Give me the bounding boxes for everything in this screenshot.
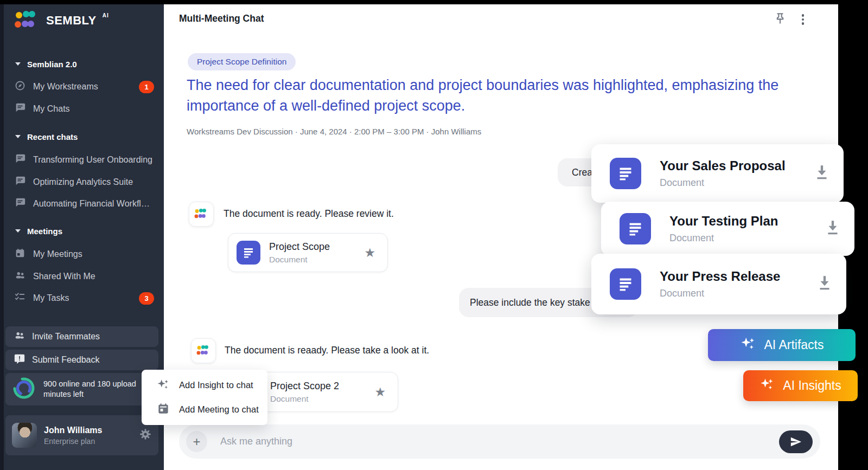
user-plan: Enterprise plan — [44, 437, 102, 446]
page-title: Multi-Meeting Chat — [179, 13, 264, 24]
submit-feedback-button[interactable]: Submit Feedback — [5, 350, 158, 370]
ask-input[interactable] — [220, 436, 779, 447]
chevron-down-icon — [15, 135, 21, 138]
star-icon[interactable]: ★ — [364, 247, 375, 259]
people-icon — [14, 330, 25, 344]
artifact-title: Your Testing Plan — [669, 214, 778, 229]
sidebar-item-my-tasks[interactable]: My Tasks 3 — [14, 287, 154, 309]
ai-artifacts-button[interactable]: AI Artifacts — [708, 329, 856, 361]
document-icon — [620, 213, 651, 244]
feedback-icon — [14, 353, 25, 367]
compass-icon — [14, 80, 26, 94]
meeting-meta: Workstreams Dev Discussion · June 4, 202… — [187, 127, 481, 136]
document-type: Document — [270, 394, 339, 404]
app-logo[interactable]: SEMBLY AI — [14, 9, 109, 34]
bot-message: The document is ready. Please review it. — [224, 208, 394, 220]
calendar-icon — [14, 247, 26, 261]
sidebar-section-meetings[interactable]: Meetings — [15, 220, 62, 242]
app-name: SEMBLY — [46, 9, 97, 32]
sidebar-section-recent-chats[interactable]: Recent chats — [15, 126, 78, 147]
sidebar-recent-chat-3[interactable]: Automating Financial Workflo… — [14, 193, 154, 215]
usage-minutes-card: 900 online and 180 upload minutes left — [5, 373, 158, 405]
menu-item-add-meeting[interactable]: Add Meeting to chat — [142, 397, 267, 422]
sparkle-icon — [760, 377, 775, 395]
download-icon[interactable] — [814, 164, 829, 183]
user-profile-card[interactable]: John Williams Enterprise plan — [5, 415, 158, 455]
sparkle-icon — [740, 336, 756, 355]
chat-icon — [14, 175, 26, 189]
summary-headline: The need for clear documentation and pro… — [187, 75, 797, 116]
document-icon — [237, 241, 260, 265]
user-avatar — [12, 423, 37, 448]
chevron-down-icon — [15, 229, 21, 233]
artifact-title: Your Sales Proposal — [660, 158, 786, 173]
artifact-card-sales-proposal[interactable]: Your Sales Proposal Document — [591, 144, 844, 203]
document-icon — [610, 268, 641, 300]
chevron-down-icon — [15, 62, 21, 66]
usage-text: 900 online and 180 upload minutes left — [43, 379, 152, 400]
bot-avatar — [189, 202, 214, 227]
people-icon — [14, 269, 26, 284]
sidebar-item-shared-with-me[interactable]: Shared With Me — [14, 266, 154, 287]
artifact-type: Document — [660, 288, 780, 299]
composer-bar: + — [179, 424, 820, 459]
artifact-type: Document — [669, 233, 778, 244]
chat-icon — [14, 153, 26, 167]
artifact-type: Document — [660, 177, 786, 189]
workstreams-badge: 1 — [139, 81, 154, 93]
topic-tag: Project Scope Definition — [188, 53, 296, 70]
app-window: SEMBLY AI Semblian 2.0 My Workstreams 1 … — [0, 0, 868, 470]
user-name: John Williams — [44, 426, 102, 435]
sparkle-icon — [156, 377, 170, 394]
sidebar-item-my-meetings[interactable]: My Meetings — [14, 243, 154, 265]
document-type: Document — [269, 255, 330, 265]
document-card-project-scope[interactable]: Project Scope Document ★ — [228, 233, 388, 272]
chat-icon — [14, 197, 26, 211]
download-icon[interactable] — [817, 274, 832, 294]
add-to-chat-context-menu: Add Insight to chat Add Meeting to chat — [142, 370, 267, 425]
settings-gear-icon[interactable] — [139, 428, 152, 443]
document-icon — [610, 158, 641, 189]
sidebar: SEMBLY AI Semblian 2.0 My Workstreams 1 … — [0, 0, 164, 470]
document-title: Project Scope — [269, 241, 330, 253]
ai-insights-button[interactable]: AI Insights — [743, 370, 858, 401]
sidebar-recent-chat-1[interactable]: Transforming User Onboarding — [14, 149, 154, 171]
bot-avatar — [191, 338, 216, 363]
tasks-checklist-icon — [14, 291, 26, 305]
top-shadow-band — [0, 0, 868, 4]
document-title: Project Scope 2 — [270, 381, 339, 392]
app-name-suffix: AI — [103, 12, 109, 18]
menu-item-add-insight[interactable]: Add Insight to chat — [142, 373, 267, 397]
star-icon[interactable]: ★ — [374, 386, 386, 398]
bot-message: The document is reaady. Please take a lo… — [225, 345, 429, 356]
usage-progress-ring — [11, 376, 36, 403]
artifact-card-press-release[interactable]: Your Press Release Document — [591, 254, 846, 314]
sidebar-item-my-chats[interactable]: My Chats — [14, 98, 154, 120]
download-icon[interactable] — [825, 219, 840, 239]
sembly-logo-icon — [14, 9, 40, 34]
calendar-icon — [156, 402, 170, 418]
artifact-title: Your Press Release — [660, 269, 780, 284]
send-button[interactable] — [779, 430, 813, 453]
artifact-card-testing-plan[interactable]: Your Testing Plan Document — [601, 202, 854, 256]
kebab-menu-icon[interactable] — [797, 12, 808, 27]
sidebar-recent-chat-2[interactable]: Optimizing Analytics Suite — [14, 171, 154, 193]
sidebar-item-my-workstreams[interactable]: My Workstreams 1 — [14, 76, 154, 98]
pin-icon[interactable] — [773, 11, 789, 27]
chat-icon — [14, 102, 26, 116]
tasks-badge: 3 — [139, 292, 154, 305]
invite-teammates-button[interactable]: Invite Teammates — [5, 326, 158, 347]
sidebar-section-semblian[interactable]: Semblian 2.0 — [15, 53, 77, 75]
attach-plus-button[interactable]: + — [186, 431, 207, 452]
